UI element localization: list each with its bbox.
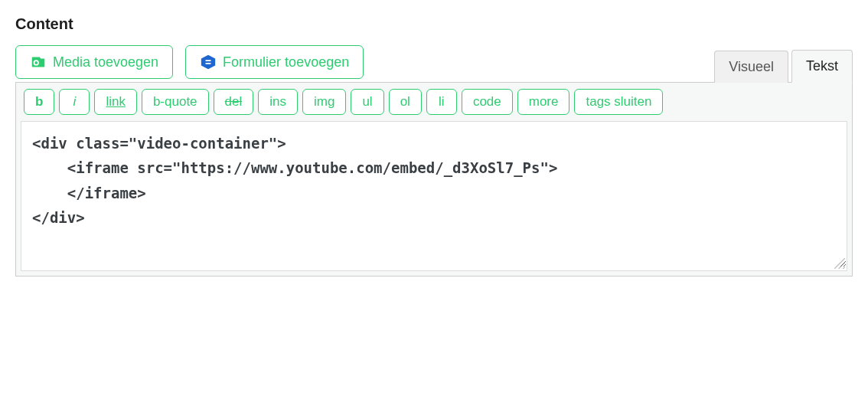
form-icon (200, 54, 217, 70)
format-code-button[interactable]: code (462, 89, 513, 115)
add-media-button[interactable]: Media toevoegen (15, 45, 173, 79)
add-form-button[interactable]: Formulier toevoegen (185, 45, 364, 79)
editor-panel: b i link b-quote del ins img ul ol li co… (15, 82, 853, 277)
format-close-tags-button[interactable]: tags sluiten (574, 89, 663, 115)
format-bold-button[interactable]: b (24, 89, 54, 115)
editor-area (21, 121, 847, 271)
camera-music-icon (30, 54, 47, 70)
svg-rect-2 (205, 63, 210, 64)
format-more-button[interactable]: more (517, 89, 570, 115)
add-media-label: Media toevoegen (53, 54, 158, 70)
add-form-label: Formulier toevoegen (223, 54, 349, 70)
svg-marker-0 (201, 55, 215, 69)
format-link-button[interactable]: link (94, 89, 137, 115)
format-italic-button[interactable]: i (59, 89, 90, 115)
tab-visual[interactable]: Visueel (714, 51, 788, 83)
section-title: Content (15, 15, 853, 33)
format-ol-button[interactable]: ol (389, 89, 422, 115)
format-li-button[interactable]: li (426, 89, 457, 115)
format-blockquote-button[interactable]: b-quote (142, 89, 209, 115)
format-ul-button[interactable]: ul (351, 89, 383, 115)
content-section: Content Media toevoegen Formulier toevoe… (15, 15, 853, 277)
format-ins-button[interactable]: ins (258, 89, 298, 115)
toolbar-row: Media toevoegen Formulier toevoegen Visu… (15, 45, 853, 82)
format-toolbar: b i link b-quote del ins img ul ol li co… (16, 83, 852, 121)
editor-tabs: Visueel Tekst (714, 45, 853, 82)
tab-text[interactable]: Tekst (791, 50, 853, 83)
svg-rect-1 (205, 60, 210, 61)
format-img-button[interactable]: img (302, 89, 346, 115)
editor-textarea[interactable] (21, 122, 847, 267)
format-del-button[interactable]: del (214, 89, 254, 115)
